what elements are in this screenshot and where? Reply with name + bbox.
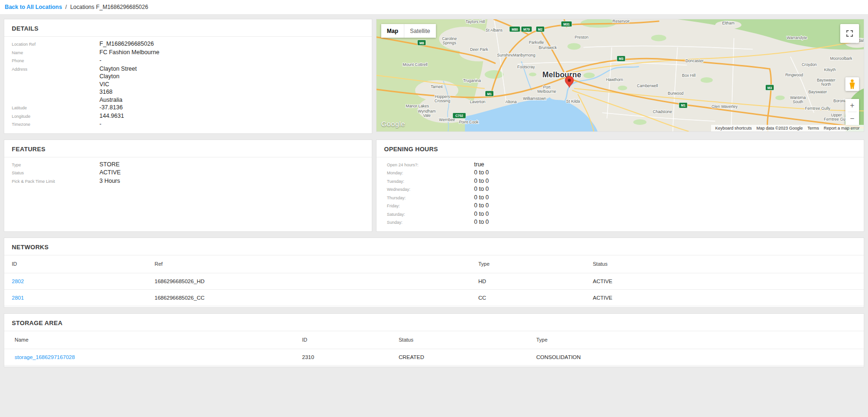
svg-text:M79: M79 <box>524 28 530 31</box>
route-shield: M31 <box>561 21 572 27</box>
field-label: Tuesday: <box>387 178 474 186</box>
field-row: Saturday:0 to 0 <box>387 210 856 219</box>
svg-text:M2: M2 <box>538 28 542 31</box>
map-place-label: Chadstone <box>653 109 672 114</box>
field-label: Monday: <box>387 169 474 177</box>
field-row: Location RefF_M1686296685026 <box>12 40 364 49</box>
breadcrumb-back-link[interactable]: Back to All Locations <box>5 4 62 10</box>
field-label: Longitude <box>12 113 99 121</box>
terms-link[interactable]: Terms <box>805 126 821 131</box>
breadcrumb-separator: / <box>66 4 67 10</box>
field-row: Sunday:0 to 0 <box>387 218 856 227</box>
pegman-icon <box>849 79 855 90</box>
map-card: MelbourneTaylors HillSt AlbansCarolineSp… <box>376 19 864 132</box>
svg-text:M1: M1 <box>487 92 492 96</box>
route-shield: M2 <box>536 26 544 32</box>
cell: 1686296685026_HD <box>155 278 478 284</box>
pegman-button[interactable] <box>845 77 859 91</box>
opening-hours-fields: Open 24 hours?:trueMonday:0 to 0Tuesday:… <box>377 157 864 231</box>
field-label: Thursday: <box>387 194 474 202</box>
table-header-row: NameIDStatusType <box>4 331 864 349</box>
features-title: FEATURES <box>4 140 372 157</box>
networks-card: NETWORKS IDRefTypeStatus2802168629668502… <box>4 237 864 308</box>
field-value: 0 to 0 <box>474 218 489 226</box>
field-label: Pick & Pack Time Limit <box>12 178 99 186</box>
field-label: Saturday: <box>387 211 474 219</box>
field-value: 0 to 0 <box>474 185 489 193</box>
fullscreen-button[interactable] <box>840 24 859 43</box>
map-place-label: Maribyrnong <box>513 53 535 57</box>
google-logo[interactable]: Google <box>381 120 405 128</box>
field-label: Sunday: <box>387 219 474 227</box>
zoom-out-button[interactable]: − <box>845 112 859 125</box>
map-place-label: Sunshine <box>497 53 514 57</box>
field-row: Wednesday:0 to 0 <box>387 185 856 194</box>
column-header: Name <box>15 337 302 343</box>
route-shield: M1 <box>679 103 688 108</box>
row-link[interactable]: storage_1686297167028 <box>15 354 302 360</box>
report-error-link[interactable]: Report a map error <box>821 126 862 131</box>
breadcrumb: Back to All Locations / Locations F_M168… <box>0 0 868 14</box>
map-place-label: Glen Waverley <box>712 104 738 109</box>
table-row: 28011686296685026_CCCCACTIVE <box>4 290 864 306</box>
field-row: StatusACTIVE <box>12 169 364 177</box>
map-type-map-button[interactable]: Map <box>381 24 404 38</box>
map-place-label: Williamstown <box>523 96 547 101</box>
map-place-label: CarolineSprings <box>442 36 457 45</box>
map-type-satellite-button[interactable]: Satellite <box>404 24 436 38</box>
route-shield: M80 <box>509 26 520 32</box>
fullscreen-icon <box>846 30 853 37</box>
field-row: Open 24 hours?:true <box>387 161 856 169</box>
cell: CONSOLIDATION <box>536 354 864 360</box>
map-place-label: Doncaster <box>685 58 704 63</box>
map-place-label: Burwood <box>668 91 684 96</box>
field-row: Latitude-37.8136 <box>12 104 364 112</box>
cell: CREATED <box>399 354 536 360</box>
map-place-label: Croydon <box>802 62 817 67</box>
row-link[interactable]: 2802 <box>12 278 155 284</box>
storage-area-table: NameIDStatusTypestorage_1686297167028231… <box>4 331 864 367</box>
storage-area-card: STORAGE AREA NameIDStatusTypestorage_168… <box>4 313 864 367</box>
field-label: Name <box>12 49 99 57</box>
field-label: Address <box>12 65 99 74</box>
row-link[interactable]: 2801 <box>12 295 155 301</box>
map-place-label: Hawthorn <box>606 77 623 82</box>
map-place-label: Kilsyth <box>824 67 836 72</box>
map-place-label: Brunswick <box>539 45 557 50</box>
map-place-label: Ferntree Gully <box>805 106 830 111</box>
map-attribution: Keyboard shortcuts Map data ©2023 Google… <box>711 125 864 131</box>
field-row: Longitude144.9631 <box>12 112 364 121</box>
table-row: storage_16862971670282310CREATEDCONSOLID… <box>4 349 864 366</box>
field-value: FC Fashion Melbourne <box>99 49 159 57</box>
field-row: Pick & Pack Time Limit3 Hours <box>12 177 364 186</box>
map-place-label: Altona <box>505 99 516 104</box>
column-header: Status <box>399 337 536 343</box>
details-card: DETAILS Location RefF_M1686296685026Name… <box>4 19 372 134</box>
field-value: -37.8136 <box>99 104 123 112</box>
column-header: Type <box>478 261 593 267</box>
field-row: Timezone- <box>12 120 364 129</box>
cell: ACTIVE <box>593 278 864 284</box>
field-value: 0 to 0 <box>474 210 489 218</box>
field-label: Latitude <box>12 104 99 112</box>
keyboard-shortcuts-link[interactable]: Keyboard shortcuts <box>713 126 754 131</box>
map-place-label: Eltham <box>722 21 734 25</box>
map-place-label: Footscray <box>517 65 535 69</box>
table-row: 28021686296685026_HDHDACTIVE <box>4 273 864 290</box>
route-shield: M79 <box>521 26 532 32</box>
map-place-label: HoppersCrossing <box>434 94 450 103</box>
storage-area-title: STORAGE AREA <box>4 314 864 331</box>
table-header-row: IDRefTypeStatus <box>4 255 864 273</box>
map-canvas[interactable]: MelbourneTaylors HillSt AlbansCarolineSp… <box>377 19 864 131</box>
map-place-label: Camberwell <box>637 83 658 88</box>
field-label: Location Ref <box>12 41 99 49</box>
svg-text:C702: C702 <box>455 114 463 117</box>
map-place-label: Taylors Hill <box>466 19 485 24</box>
field-label: Wednesday: <box>387 186 474 194</box>
field-value: 144.9631 <box>99 112 124 120</box>
map-place-label: Warrandyte <box>787 35 808 40</box>
map-place-label: Box Hill <box>682 73 696 78</box>
field-row: Monday:0 to 0 <box>387 169 856 177</box>
zoom-in-button[interactable]: + <box>845 99 859 112</box>
route-shield: M3 <box>765 85 774 90</box>
